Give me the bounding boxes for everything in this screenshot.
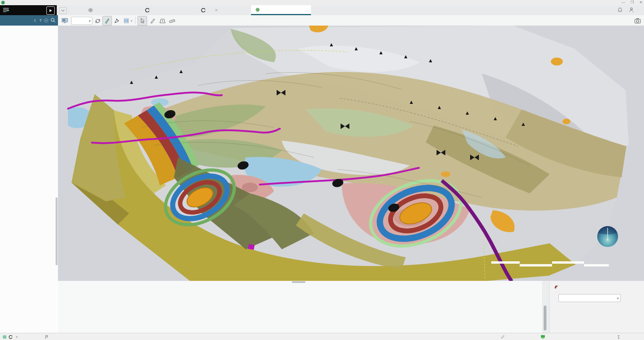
tab-list-dropdown[interactable] <box>59 7 67 14</box>
z-scale-indicator[interactable] <box>617 333 622 340</box>
project-tree-panel <box>0 26 58 333</box>
minimize-button[interactable]: — <box>621 0 625 5</box>
user-avatar-icon[interactable] <box>628 7 634 14</box>
look-dropdown[interactable]: ▾ <box>71 17 92 25</box>
search-icon[interactable] <box>50 18 56 24</box>
project-tree-header <box>0 15 58 26</box>
pause-icon[interactable] <box>44 18 48 23</box>
tab-projects[interactable] <box>84 5 100 15</box>
slicer-tool-icon[interactable] <box>102 16 112 26</box>
window-titlebar: — ❐ ✕ <box>0 0 644 5</box>
app-logo-icon <box>1 1 5 4</box>
close-button[interactable]: ✕ <box>639 0 642 5</box>
project-tree <box>0 26 58 27</box>
properties-panel: ▾ <box>549 281 644 333</box>
tree-scrollbar[interactable] <box>56 197 58 265</box>
central-logo-icon <box>8 335 13 339</box>
compass-ball[interactable] <box>597 226 618 247</box>
polyline-tool-icon[interactable] <box>112 16 122 26</box>
fault-marker <box>248 244 255 250</box>
scene-3d-view[interactable] <box>58 26 644 281</box>
pattern-fill-icon[interactable] <box>122 16 131 26</box>
up-arrow-icon[interactable] <box>39 19 42 22</box>
notifications-bell-icon[interactable] <box>617 7 623 14</box>
play-button[interactable] <box>46 6 55 15</box>
flag-icon <box>45 335 49 339</box>
tab-close-icon[interactable]: ✕ <box>215 8 218 12</box>
panel-drag-handle[interactable] <box>292 281 305 283</box>
scene-view-icon <box>255 7 260 12</box>
central-icon <box>201 8 206 13</box>
scene-toolbar: ▾ ▾ <box>0 15 644 26</box>
tab-scene-view[interactable] <box>251 5 311 15</box>
maximize-button[interactable]: ❐ <box>630 0 634 5</box>
globe-icon <box>2 335 7 339</box>
scene-display-icon[interactable] <box>60 16 70 26</box>
connection-status[interactable]: ▾ <box>2 333 18 340</box>
pattern-dropdown-icon[interactable]: ▾ <box>131 19 132 23</box>
profile-indicator[interactable] <box>45 333 50 340</box>
code-indicator[interactable] <box>500 333 506 340</box>
draw-plane-tool-icon[interactable] <box>158 16 167 26</box>
app-header: ✕ <box>0 5 644 16</box>
back-arrow-icon[interactable] <box>34 19 37 22</box>
gpu-icon <box>540 335 545 339</box>
tab-central-projects[interactable] <box>141 5 156 15</box>
app-menu[interactable] <box>0 5 57 15</box>
acceleration-indicator[interactable] <box>540 333 547 340</box>
central-icon <box>145 8 150 13</box>
pencil-icon <box>500 335 505 339</box>
orbit-tool-icon[interactable] <box>93 16 102 26</box>
projects-icon <box>88 8 93 13</box>
ruler-tool-icon[interactable] <box>167 16 177 26</box>
draw-line-tool-icon[interactable] <box>148 16 158 26</box>
fault-icon <box>554 284 559 290</box>
shape-list <box>58 281 542 333</box>
hamburger-menu-icon[interactable] <box>2 7 10 14</box>
slice-mode-dropdown[interactable]: ▾ <box>558 294 621 302</box>
up-down-arrows-icon <box>617 335 620 339</box>
status-bar: ▾ <box>0 333 644 340</box>
shape-list-panel: ▾ <box>58 281 644 333</box>
tab-castle-hill-basin[interactable]: ✕ <box>197 5 222 15</box>
shape-list-scrollbar[interactable] <box>543 281 547 333</box>
select-tool-icon[interactable] <box>138 16 147 26</box>
leapfrog-geo-window: — ❐ ✕ ✕ <box>0 0 644 340</box>
camera-screenshot-icon[interactable] <box>633 16 642 26</box>
